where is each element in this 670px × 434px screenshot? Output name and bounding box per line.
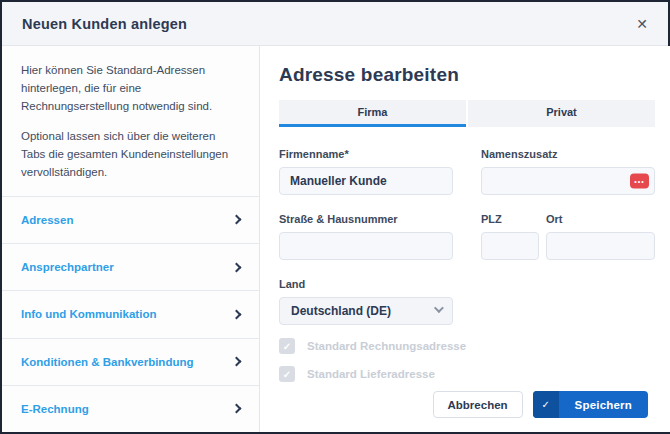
chevron-right-icon bbox=[232, 262, 242, 272]
rechnungsadresse-checkbox[interactable]: ✓ bbox=[279, 338, 295, 354]
extension-badge-icon[interactable]: ••• bbox=[630, 174, 649, 189]
address-type-tabs: Firma Privat bbox=[279, 100, 655, 127]
strasse-input[interactable] bbox=[279, 232, 453, 260]
page-title: Adresse bearbeiten bbox=[279, 64, 655, 86]
sidebar-item-label: Konditionen & Bankverbindung bbox=[21, 356, 194, 368]
chevron-right-icon bbox=[232, 309, 242, 319]
form-row-street: Straße & Hausnummer PLZ Ort bbox=[279, 213, 655, 260]
field-namenszusatz: Namenszusatz ••• bbox=[481, 148, 655, 195]
tab-firma[interactable]: Firma bbox=[279, 100, 466, 127]
checkbox-row-lieferadresse: ✓ Standard Lieferadresse bbox=[279, 366, 655, 382]
firmenname-input[interactable] bbox=[279, 167, 453, 195]
chevron-right-icon bbox=[232, 215, 242, 225]
chevron-down-icon bbox=[434, 303, 444, 313]
lieferadresse-checkbox[interactable]: ✓ bbox=[279, 366, 295, 382]
sidebar-item-label: E-Rechnung bbox=[21, 403, 89, 415]
checkbox-row-rechnungsadresse: ✓ Standard Rechnungsadresse bbox=[279, 338, 655, 354]
dialog-title: Neuen Kunden anlegen bbox=[22, 16, 187, 32]
dialog-footer: Abbrechen ✓ Speichern bbox=[279, 391, 655, 418]
sidebar-item-label: Info und Kommunikation bbox=[21, 308, 156, 320]
intro-paragraph: Hier können Sie Standard-Adressen hinter… bbox=[21, 62, 239, 115]
sidebar-item-konditionen-bankverbindung[interactable]: Konditionen & Bankverbindung bbox=[2, 338, 259, 385]
lieferadresse-label: Standard Lieferadresse bbox=[307, 368, 435, 380]
save-button[interactable]: ✓ Speichern bbox=[533, 391, 648, 418]
namenszusatz-input[interactable] bbox=[481, 167, 655, 195]
field-firmenname: Firmenname* bbox=[279, 148, 453, 195]
check-icon: ✓ bbox=[533, 391, 559, 418]
dialog-header: Neuen Kunden anlegen ✕ bbox=[2, 2, 668, 46]
sidebar-item-ansprechpartner[interactable]: Ansprechpartner bbox=[2, 243, 259, 290]
field-ort: Ort bbox=[546, 213, 655, 260]
ort-input[interactable] bbox=[546, 232, 655, 260]
sidebar-item-adressen[interactable]: Adressen bbox=[2, 196, 259, 243]
namenszusatz-label: Namenszusatz bbox=[481, 148, 655, 160]
form-row-name: Firmenname* Namenszusatz ••• bbox=[279, 148, 655, 195]
field-land: Land Deutschland (DE) bbox=[279, 278, 453, 325]
main-panel: Adresse bearbeiten Firma Privat Firmenna… bbox=[260, 46, 670, 432]
chevron-right-icon bbox=[232, 404, 242, 414]
sidebar-item-info-kommunikation[interactable]: Info und Kommunikation bbox=[2, 290, 259, 337]
namenszusatz-input-wrap: ••• bbox=[481, 167, 655, 195]
form-row-country: Land Deutschland (DE) bbox=[279, 278, 655, 325]
land-select-value: Deutschland (DE) bbox=[291, 304, 391, 318]
sidebar-item-label: Adressen bbox=[21, 214, 73, 226]
sidebar-nav: Adressen Ansprechpartner Info und Kommun… bbox=[2, 196, 259, 432]
chevron-right-icon bbox=[232, 357, 242, 367]
tab-privat[interactable]: Privat bbox=[468, 100, 655, 127]
plz-input[interactable] bbox=[481, 232, 539, 260]
cancel-button[interactable]: Abbrechen bbox=[433, 391, 523, 418]
sidebar-item-label: Ansprechpartner bbox=[21, 261, 114, 273]
land-label: Land bbox=[279, 278, 453, 290]
sidebar: Hier können Sie Standard-Adressen hinter… bbox=[2, 46, 260, 432]
save-button-label: Speichern bbox=[559, 391, 648, 418]
plz-label: PLZ bbox=[481, 213, 539, 225]
rechnungsadresse-label: Standard Rechnungsadresse bbox=[307, 340, 466, 352]
field-plz: PLZ bbox=[481, 213, 539, 260]
field-strasse: Straße & Hausnummer bbox=[279, 213, 453, 260]
land-select[interactable]: Deutschland (DE) bbox=[279, 297, 453, 325]
ort-label: Ort bbox=[546, 213, 655, 225]
sidebar-item-e-rechnung[interactable]: E-Rechnung bbox=[2, 385, 259, 432]
intro-paragraph: Optional lassen sich über die weiteren T… bbox=[21, 128, 239, 181]
dialog-body: Hier können Sie Standard-Adressen hinter… bbox=[2, 46, 668, 432]
firmenname-label: Firmenname* bbox=[279, 148, 453, 160]
strasse-label: Straße & Hausnummer bbox=[279, 213, 453, 225]
close-icon[interactable]: ✕ bbox=[636, 17, 648, 31]
sidebar-intro: Hier können Sie Standard-Adressen hinter… bbox=[2, 46, 259, 196]
new-customer-dialog: Neuen Kunden anlegen ✕ Hier können Sie S… bbox=[0, 0, 670, 434]
